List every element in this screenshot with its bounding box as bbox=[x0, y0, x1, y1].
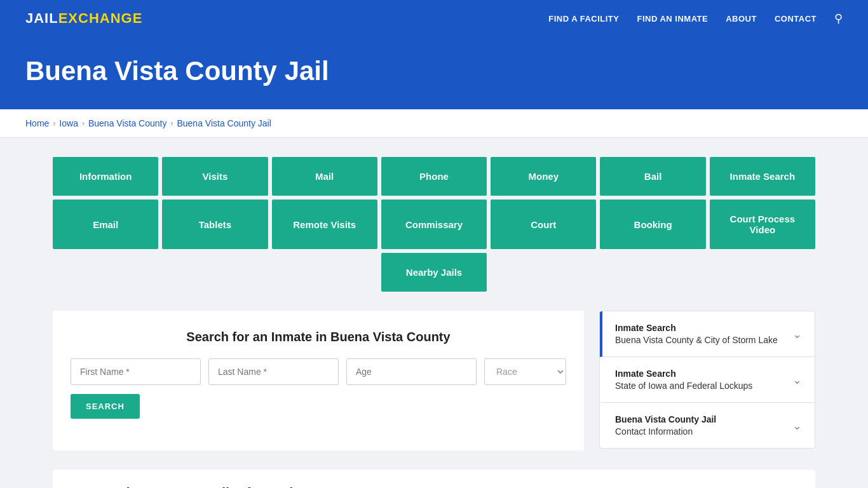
breadcrumb-sep-3: › bbox=[170, 119, 173, 128]
btn-mail[interactable]: Mail bbox=[272, 157, 377, 196]
breadcrumb-home[interactable]: Home bbox=[25, 118, 49, 128]
logo-jail: JAIL bbox=[25, 10, 58, 26]
nav-about[interactable]: ABOUT bbox=[726, 13, 757, 24]
sidebar-item-sub-1: Buena Vista County & City of Storm Lake bbox=[615, 335, 778, 345]
hero-section: Buena Vista County Jail bbox=[0, 37, 868, 109]
bottom-title: Buena Vista County Jail Information bbox=[71, 485, 797, 488]
btn-money[interactable]: Money bbox=[491, 157, 596, 196]
chevron-icon-2: ⌄ bbox=[792, 373, 802, 387]
breadcrumb-sep-1: › bbox=[53, 119, 55, 128]
chevron-icon-3: ⌄ bbox=[792, 419, 802, 433]
btn-inmate-search[interactable]: Inmate Search bbox=[710, 157, 815, 196]
search-button-row: SEARCH bbox=[71, 394, 566, 419]
btn-court[interactable]: Court bbox=[491, 200, 596, 249]
search-form: Race White Black Hispanic Asian Other SE… bbox=[71, 358, 566, 419]
breadcrumb-current: Buena Vista County Jail bbox=[177, 118, 271, 128]
age-input[interactable] bbox=[346, 358, 477, 385]
btn-remote-visits[interactable]: Remote Visits bbox=[272, 200, 377, 249]
sidebar-item-sub-2: State of Iowa and Federal Lockups bbox=[615, 381, 752, 391]
btn-bail[interactable]: Bail bbox=[600, 157, 705, 196]
chevron-icon-1: ⌄ bbox=[792, 327, 802, 341]
main-content: Information Visits Mail Phone Money Bail… bbox=[27, 138, 841, 488]
sidebar-item-contact-info[interactable]: Buena Vista County Jail Contact Informat… bbox=[600, 403, 815, 448]
breadcrumb-bar: Home › Iowa › Buena Vista County › Buena… bbox=[0, 109, 868, 138]
two-col-layout: Search for an Inmate in Buena Vista Coun… bbox=[53, 311, 815, 451]
nav-find-facility[interactable]: FIND A FACILITY bbox=[548, 13, 619, 24]
btn-nearby-jails[interactable]: Nearby Jails bbox=[381, 253, 487, 292]
nav-links: FIND A FACILITY FIND AN INMATE ABOUT CON… bbox=[548, 11, 843, 25]
sidebar-item-title-2: Inmate Search bbox=[615, 369, 752, 379]
btn-court-process-video[interactable]: Court Process Video bbox=[710, 200, 815, 249]
last-name-input[interactable] bbox=[208, 358, 339, 385]
sidebar-panel: Inmate Search Buena Vista County & City … bbox=[599, 311, 815, 449]
sidebar-item-inmate-search-state[interactable]: Inmate Search State of Iowa and Federal … bbox=[600, 357, 815, 403]
bottom-info-section: Buena Vista County Jail Information bbox=[53, 470, 815, 488]
breadcrumb-county[interactable]: Buena Vista County bbox=[88, 118, 167, 128]
breadcrumb-sep-2: › bbox=[82, 119, 85, 128]
page-title: Buena Vista County Jail bbox=[25, 56, 843, 86]
race-select[interactable]: Race White Black Hispanic Asian Other bbox=[484, 358, 566, 385]
sidebar-item-sub-3: Contact Information bbox=[615, 426, 716, 437]
button-grid-row1: Information Visits Mail Phone Money Bail… bbox=[53, 157, 815, 196]
nav-find-inmate[interactable]: FIND AN INMATE bbox=[637, 13, 708, 24]
button-grid-row2: Email Tablets Remote Visits Commissary C… bbox=[53, 200, 815, 249]
search-submit-button[interactable]: SEARCH bbox=[71, 394, 140, 419]
sidebar-item-title-3: Buena Vista County Jail bbox=[615, 414, 716, 424]
button-grid-row3: Nearby Jails bbox=[53, 253, 815, 292]
search-icon[interactable]: ⚲ bbox=[834, 11, 843, 25]
btn-tablets[interactable]: Tablets bbox=[162, 200, 268, 249]
logo-exchange: EXCHANGE bbox=[58, 10, 143, 26]
search-panel: Search for an Inmate in Buena Vista Coun… bbox=[53, 311, 584, 451]
search-title: Search for an Inmate in Buena Vista Coun… bbox=[71, 330, 566, 344]
first-name-input[interactable] bbox=[71, 358, 201, 385]
btn-email[interactable]: Email bbox=[53, 200, 158, 249]
sidebar-item-title-1: Inmate Search bbox=[615, 323, 778, 333]
breadcrumb-iowa[interactable]: Iowa bbox=[59, 118, 78, 128]
btn-booking[interactable]: Booking bbox=[600, 200, 705, 249]
breadcrumb: Home › Iowa › Buena Vista County › Buena… bbox=[25, 118, 843, 128]
search-name-row: Race White Black Hispanic Asian Other bbox=[71, 358, 566, 385]
btn-visits[interactable]: Visits bbox=[162, 157, 268, 196]
btn-commissary[interactable]: Commissary bbox=[381, 200, 487, 249]
sidebar-item-inmate-search-local[interactable]: Inmate Search Buena Vista County & City … bbox=[600, 311, 815, 357]
nav-contact[interactable]: CONTACT bbox=[775, 13, 817, 24]
site-logo[interactable]: JAILEXCHANGE bbox=[25, 10, 142, 27]
navbar: JAILEXCHANGE FIND A FACILITY FIND AN INM… bbox=[0, 0, 868, 37]
btn-information[interactable]: Information bbox=[53, 157, 158, 196]
btn-phone[interactable]: Phone bbox=[381, 157, 487, 196]
